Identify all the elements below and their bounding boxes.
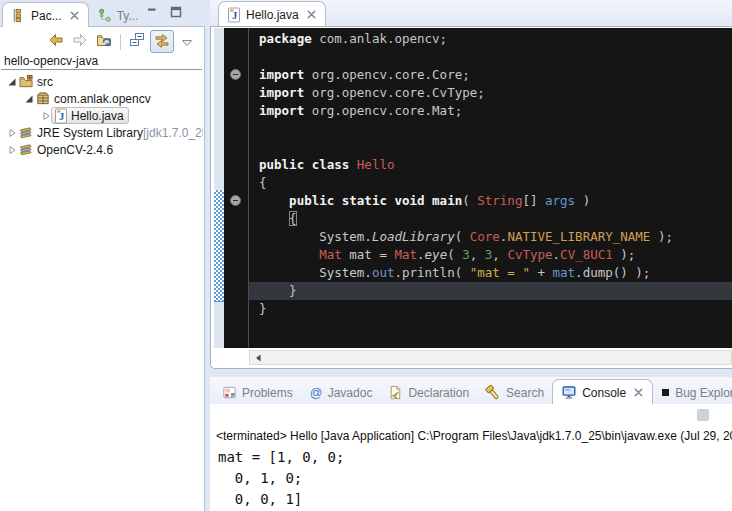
annotation-ruler bbox=[214, 28, 224, 348]
view-tab-declaration[interactable]: Declaration bbox=[380, 381, 477, 404]
folder-refresh-icon bbox=[96, 32, 113, 52]
toolbar-separator bbox=[120, 34, 121, 50]
view-menu-button[interactable] bbox=[176, 31, 198, 52]
svg-text:@: @ bbox=[309, 386, 322, 400]
tree-item-com-anlak-opencv[interactable]: com.anlak.opencv bbox=[0, 90, 203, 107]
code-line-12[interactable]: System.LoadLibrary( Core.NATIVE_LIBRARY_… bbox=[259, 228, 673, 246]
collapse-all-icon bbox=[129, 32, 145, 52]
code-line-7[interactable] bbox=[259, 138, 673, 156]
expanded-arrow-icon[interactable] bbox=[23, 94, 34, 104]
back-button[interactable] bbox=[45, 31, 67, 52]
view-menu-icon bbox=[181, 33, 193, 51]
fold-gutter bbox=[224, 28, 248, 348]
bottom-view-tab-bar: Problems@JavadocDeclarationSearchConsole… bbox=[210, 377, 732, 404]
code-line-13[interactable]: Mat mat = Mat.eye( 3, 3, CvType.CV_8UC1 … bbox=[259, 246, 673, 264]
console-output-line: mat = [1, 0, 0; bbox=[218, 447, 344, 468]
expanded-arrow-icon[interactable] bbox=[6, 77, 17, 87]
close-icon[interactable] bbox=[633, 387, 644, 398]
javadoc-icon: @ bbox=[309, 386, 323, 400]
src-folder-icon bbox=[18, 74, 34, 89]
tree-item-label: JRE System Library bbox=[37, 126, 143, 140]
tree-item-label: OpenCV-2.4.6 bbox=[37, 143, 113, 157]
divider bbox=[1, 69, 202, 70]
package-explorer-body: hello-opencv-java srccom.anlak.opencvJHe… bbox=[0, 26, 205, 511]
console-toolbar-icon[interactable] bbox=[697, 409, 709, 421]
view-tab-console[interactable]: Console bbox=[552, 379, 653, 404]
java-file-icon: J bbox=[54, 108, 68, 124]
code-line-16[interactable]: } bbox=[259, 300, 673, 318]
view-tab-javadoc[interactable]: @Javadoc bbox=[301, 381, 381, 404]
view-tab-search[interactable]: Search bbox=[477, 381, 552, 404]
tree-item-detail: [jdk1.7.0_25] bbox=[143, 126, 203, 140]
code-line-8[interactable]: public class Hello bbox=[259, 156, 673, 174]
tab-label: Bug Explorer bbox=[675, 386, 732, 400]
code-line-11[interactable]: { bbox=[259, 210, 673, 228]
console-output-line: 0, 0, 1] bbox=[218, 489, 344, 510]
tab-label: Hello.java bbox=[246, 8, 299, 22]
fold-collapse-icon[interactable] bbox=[230, 69, 241, 80]
link-with-editor-button[interactable] bbox=[150, 30, 174, 53]
close-icon[interactable] bbox=[306, 9, 317, 20]
problems-icon bbox=[222, 385, 237, 400]
code-line-6[interactable] bbox=[259, 120, 673, 138]
method-range-indicator bbox=[214, 190, 224, 302]
link-with-editor-icon bbox=[154, 32, 170, 52]
tree-item-label: src bbox=[37, 75, 53, 89]
tree-item-hello-java[interactable]: JHello.java bbox=[0, 107, 203, 124]
bug-square-icon bbox=[661, 388, 670, 397]
code-line-4[interactable]: import org.opencv.core.CvType; bbox=[259, 84, 673, 102]
editor-tab-hello-java[interactable]: JHello.java bbox=[218, 1, 326, 27]
code-area[interactable]: package com.anlak.opencv;import org.open… bbox=[249, 28, 732, 348]
package-explorer-toolbar bbox=[45, 30, 198, 53]
collapsed-arrow-icon[interactable] bbox=[6, 145, 17, 155]
code-editor[interactable]: package com.anlak.opencv;import org.open… bbox=[210, 26, 732, 369]
tab-label: Ty... bbox=[117, 9, 139, 23]
type-hierarchy-icon bbox=[97, 8, 112, 23]
svg-text:J: J bbox=[232, 10, 237, 21]
back-arrow-icon bbox=[48, 32, 64, 52]
code-line-9[interactable]: { bbox=[259, 174, 673, 192]
project-root-label[interactable]: hello-opencv-java bbox=[0, 53, 203, 68]
console-icon bbox=[561, 385, 577, 400]
tab-label: Problems bbox=[242, 386, 293, 400]
tab-label: Search bbox=[506, 386, 544, 400]
tree-item-src[interactable]: src bbox=[0, 73, 203, 90]
package-explorer-icon bbox=[11, 8, 26, 23]
library-icon bbox=[18, 125, 34, 140]
code-line-5[interactable]: import org.opencv.core.Mat; bbox=[259, 102, 673, 120]
tree-item-opencv-2-4-6[interactable]: OpenCV-2.4.6 bbox=[0, 141, 203, 158]
fold-collapse-icon[interactable] bbox=[230, 195, 241, 206]
horizontal-scrollbar[interactable] bbox=[249, 350, 732, 365]
library-icon bbox=[18, 142, 34, 157]
forward-button[interactable] bbox=[69, 31, 91, 52]
console-view: <terminated> Hello [Java Application] C:… bbox=[210, 403, 732, 511]
up-refresh-button[interactable] bbox=[93, 31, 115, 52]
tree-item-label: Hello.java bbox=[71, 109, 124, 123]
code-line-1[interactable]: package com.anlak.opencv; bbox=[259, 30, 673, 48]
close-icon[interactable] bbox=[69, 10, 80, 21]
code-line-2[interactable] bbox=[259, 48, 673, 66]
view-tab-problems[interactable]: Problems bbox=[214, 381, 301, 404]
code-line-15[interactable]: } bbox=[259, 282, 673, 300]
editor-tab-bar: JHello.java bbox=[210, 0, 732, 27]
collapse-all-button[interactable] bbox=[126, 31, 148, 52]
view-tab-ty[interactable]: Ty... bbox=[89, 4, 147, 27]
maximize-button[interactable] bbox=[170, 6, 182, 18]
console-output[interactable]: mat = [1, 0, 0; 0, 1, 0; 0, 0, 1] bbox=[218, 447, 344, 510]
code-line-14[interactable]: System.out.println( "mat = " + mat.dump(… bbox=[259, 264, 673, 282]
collapsed-arrow-icon[interactable] bbox=[40, 111, 51, 121]
minimize-button[interactable] bbox=[146, 6, 158, 18]
panel-window-buttons bbox=[146, 6, 182, 18]
view-tab-pac[interactable]: Pac... bbox=[2, 2, 89, 27]
code-line-10[interactable]: public static void main( String[] args ) bbox=[259, 192, 673, 210]
view-tab-bug-explorer[interactable]: Bug Explorer bbox=[653, 381, 732, 404]
left-panel-tab-bar: Pac...Ty... bbox=[2, 2, 146, 27]
svg-text:J: J bbox=[59, 111, 64, 122]
code-line-3[interactable]: import org.opencv.core.Core; bbox=[259, 66, 673, 84]
console-title: <terminated> Hello [Java Application] C:… bbox=[216, 429, 732, 443]
tree-item-jre-system-library[interactable]: JRE System Library [jdk1.7.0_25] bbox=[0, 124, 203, 141]
tab-label: Pac... bbox=[31, 9, 62, 23]
search-icon bbox=[485, 385, 501, 401]
scroll-left-icon[interactable] bbox=[250, 351, 266, 364]
collapsed-arrow-icon[interactable] bbox=[6, 128, 17, 138]
